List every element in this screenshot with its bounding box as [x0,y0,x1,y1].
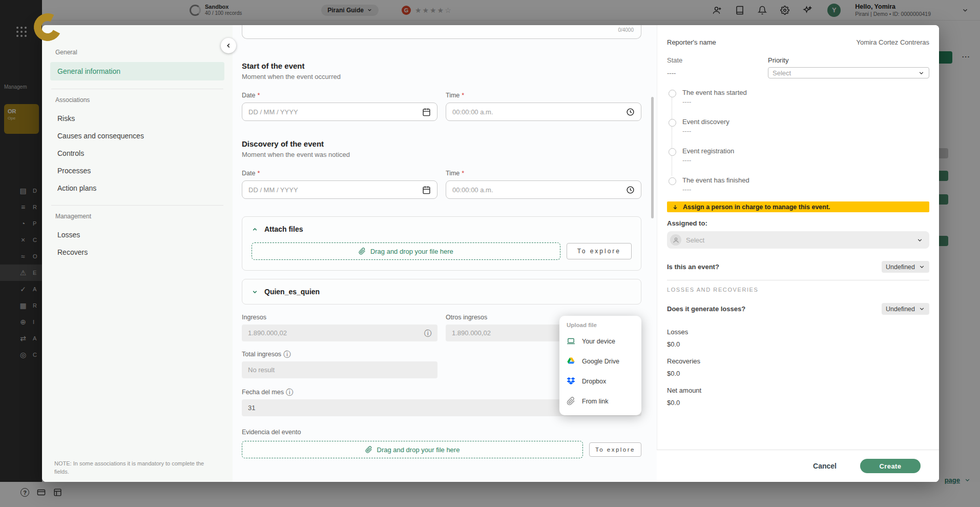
attach-files-card: Attach files Drag and drop your file her… [242,216,641,271]
clock-icon[interactable] [626,108,635,116]
net-amount-label: Net amount [667,387,929,394]
event-timeline: The event has started ---- Event discove… [667,89,929,193]
ingresos-label: Ingresos [242,314,437,321]
upload-option-from-link[interactable]: From link [559,391,641,411]
chevron-down-icon [916,237,923,244]
nav-item-recovers[interactable]: Recovers [50,244,224,261]
discovery-date-input[interactable] [242,180,437,199]
calendar-icon[interactable] [422,186,431,194]
google-drive-icon [567,357,575,366]
upload-file-menu: Upload file Your device Google Drive Dro… [559,316,641,415]
timeline-step[interactable]: Event registration ---- [668,147,929,164]
start-section-subtitle: Moment when the event occurred [242,73,641,80]
quien-es-quien-card: Quien_es_quien [242,279,641,305]
chevron-down-icon [252,289,258,295]
date-label: Date* [242,170,437,177]
ingresos-input: 1.890.000,02 ⓘ [242,325,437,341]
generates-losses-label: Does it generate losses? [667,305,745,313]
timeline-step[interactable]: The event has finished ---- [668,176,929,193]
date-label: Date* [242,92,437,99]
assigned-to-select[interactable]: Select [667,231,929,249]
nav-section-associations: Associations [55,96,224,104]
modal-nav: General General information Associations… [42,25,233,482]
paperclip-icon [567,397,575,405]
is-event-label: Is this an event? [667,263,719,271]
collapse-nav-button[interactable] [221,38,236,53]
cancel-button[interactable]: Cancel [813,462,837,470]
discovery-section-subtitle: Moment when the event was noticed [242,151,641,158]
state-value: ---- [667,69,682,77]
priority-select[interactable]: Select [768,67,929,78]
timeline-step[interactable]: The event has started ---- [668,89,929,106]
net-amount-value: $0.0 [667,399,929,407]
nav-item-processes[interactable]: Processes [50,162,224,179]
upload-option-google-drive[interactable]: Google Drive [559,351,641,371]
nav-item-controls[interactable]: Controls [50,145,224,162]
divider [51,89,223,89]
is-event-select[interactable]: Undefined [882,261,929,273]
nav-item-risks[interactable]: Risks [50,110,224,127]
paperclip-icon [365,446,372,453]
attach-dropzone[interactable]: Drag and drop your file here [252,242,560,260]
start-date-input[interactable] [242,103,437,121]
description-textarea[interactable]: 0/4000 [242,25,641,39]
info-icon[interactable]: ⓘ [286,389,293,396]
radio-icon[interactable] [669,90,676,97]
radio-icon[interactable] [669,119,676,127]
assign-warning-banner: Assign a person in charge to manage this… [667,201,929,212]
chevron-up-icon [252,226,258,233]
paperclip-icon [359,248,366,255]
char-counter: 0/4000 [618,27,634,33]
total-ingresos-input: No result [242,361,437,378]
scrollbar[interactable] [651,97,654,218]
losses-recoveries-header: LOSSES AND RECOVERIES [667,287,929,293]
nav-note: NOTE: In some associations it is mandato… [54,460,214,476]
recoveries-value: $0.0 [667,370,929,377]
evidencia-dropzone[interactable]: Drag and drop your file here [242,441,583,458]
timeline-step[interactable]: Event discovery ---- [668,118,929,135]
nav-item-action-plans[interactable]: Action plans [50,179,224,197]
upload-option-dropbox[interactable]: Dropbox [559,371,641,391]
calendar-icon[interactable] [422,108,431,116]
state-label: State [667,56,682,64]
chevron-down-icon [919,306,925,312]
attach-explore-button[interactable]: To explore [567,243,632,259]
dropbox-icon [567,377,575,386]
upload-menu-title: Upload file [559,322,641,328]
reporter-label: Reporter's name [667,38,716,46]
time-label: Time* [446,170,641,177]
chevron-down-icon [918,70,925,76]
nav-item-losses[interactable]: Losses [50,226,224,244]
modal-summary: Reporter's name Yomira Cortez Contreras … [657,25,939,482]
info-icon[interactable]: ⓘ [283,351,290,358]
radio-icon[interactable] [669,148,676,156]
discovery-time-input[interactable] [446,180,641,199]
time-label: Time* [446,92,641,99]
arrow-down-icon [672,204,678,210]
info-icon[interactable]: ⓘ [424,330,431,337]
nav-item-causes-consequences[interactable]: Causes and consequences [50,127,224,145]
priority-label: Priority [768,56,929,64]
quien-es-quien-header[interactable]: Quien_es_quien [252,288,632,296]
modal-footer: Cancel Create [657,450,939,482]
evidencia-label: Evidencia del evento [242,429,641,436]
total-ingresos-label: Total ingresosⓘ [242,351,437,358]
person-icon [670,234,681,246]
divider [667,280,929,280]
clock-icon[interactable] [626,186,635,194]
evidencia-explore-button[interactable]: To explore [589,442,641,457]
chevron-left-icon [225,42,232,49]
start-time-input[interactable] [446,103,641,121]
nav-item-general-information[interactable]: General information [50,62,224,80]
losses-value: $0.0 [667,340,929,348]
radio-icon[interactable] [669,177,676,185]
attach-files-header[interactable]: Attach files [252,225,632,233]
divider [51,205,223,206]
nav-section-management: Management [55,213,224,220]
create-button[interactable]: Create [860,459,921,473]
upload-option-your-device[interactable]: Your device [559,331,641,351]
losses-label: Losses [667,328,929,336]
generates-losses-select[interactable]: Undefined [882,303,929,315]
reporter-value: Yomira Cortez Contreras [856,38,929,46]
start-section-title: Start of the event [242,62,641,70]
